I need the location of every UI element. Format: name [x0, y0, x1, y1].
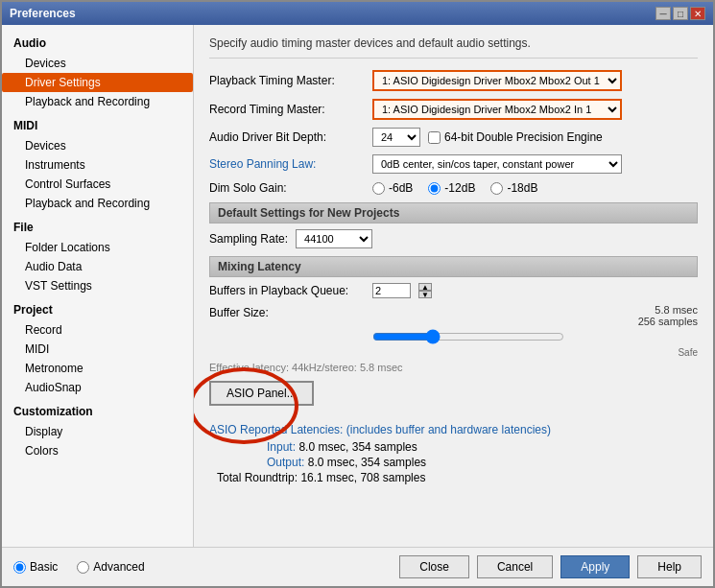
buffers-label: Buffers in Playback Queue:: [209, 284, 372, 297]
advanced-radio-label: Advanced: [77, 560, 144, 574]
buffers-controls: ▲ ▼: [372, 283, 432, 298]
buffer-size-controls: 5.8 msec 256 samples Safe: [372, 304, 698, 358]
radio-neg18db: -18dB: [490, 181, 537, 195]
bit-depth-select[interactable]: 24: [372, 128, 420, 147]
close-button[interactable]: ✕: [690, 7, 705, 20]
buffers-input[interactable]: [372, 283, 411, 298]
sidebar-item-folder-locations[interactable]: Folder Locations: [2, 238, 193, 257]
basic-radio-input[interactable]: [13, 561, 26, 574]
total-value: 16.1 msec, 708 samples: [300, 471, 425, 484]
buffers-spinner: ▲ ▼: [418, 283, 432, 298]
playback-timing-label: Playback Timing Master:: [209, 74, 372, 87]
safe-label: Safe: [372, 347, 698, 358]
buffer-msec: 5.8 msec: [655, 304, 698, 316]
basic-radio-label: Basic: [13, 560, 58, 574]
buffer-size-slider[interactable]: [372, 329, 564, 344]
sidebar-project-header: Project: [2, 299, 193, 320]
asio-input-label: Input:: [267, 440, 296, 454]
playback-timing-select[interactable]: 1: ASIO Digidesign Driver Mbox2 Mbox2 Ou…: [372, 70, 622, 91]
stereo-panning-control: 0dB center, sin/cos taper, constant powe…: [372, 154, 698, 174]
bit-depth-controls: 24 64-bit Double Precision Engine: [372, 128, 603, 147]
sidebar-item-audio-data[interactable]: Audio Data: [2, 257, 193, 276]
sidebar-item-audio-devices[interactable]: Devices: [2, 54, 193, 73]
apply-button[interactable]: Apply: [560, 555, 630, 578]
record-timing-label: Record Timing Master:: [209, 103, 372, 116]
main-panel: Specify audio timing master devices and …: [194, 25, 713, 547]
radio-neg6db-label: -6dB: [389, 181, 413, 195]
sidebar-midi-section: MIDI Devices Instruments Control Surface…: [2, 115, 193, 213]
radio-neg12db: -12dB: [428, 181, 475, 195]
sidebar-item-audio-playback[interactable]: Playback and Recording: [2, 92, 193, 111]
sidebar-item-midi-playback[interactable]: Playback and Recording: [2, 194, 193, 213]
radio-neg12db-label: -12dB: [444, 181, 475, 195]
asio-input-row: Input: 8.0 msec, 354 samples: [267, 440, 698, 454]
stereo-panning-row: Stereo Panning Law: 0dB center, sin/cos …: [209, 154, 698, 174]
sidebar-midi-header: MIDI: [2, 115, 193, 136]
sidebar-item-project-midi[interactable]: MIDI: [2, 340, 193, 359]
total-roundtrip-row: Total Roundtrip: 16.1 msec, 708 samples: [217, 471, 698, 484]
bottom-buttons: Close Cancel Apply Help: [399, 555, 702, 578]
asio-output-row: Output: 8.0 msec, 354 samples: [267, 456, 698, 469]
title-bar-buttons: ─ □ ✕: [655, 7, 705, 20]
sidebar: Audio Devices Driver Settings Playback a…: [2, 25, 194, 547]
sidebar-item-driver-settings[interactable]: Driver Settings: [2, 73, 193, 92]
preferences-window: Preferences ─ □ ✕ Audio Devices Driver S…: [0, 0, 715, 588]
minimize-button[interactable]: ─: [655, 7, 671, 20]
dim-solo-label: Dim Solo Gain:: [209, 181, 372, 195]
asio-panel-button[interactable]: ASIO Panel...: [209, 381, 314, 406]
radio-neg6db: -6dB: [372, 181, 413, 195]
sidebar-file-section: File Folder Locations Audio Data VST Set…: [2, 217, 193, 295]
mixing-latency-header: Mixing Latency: [209, 256, 698, 277]
double-precision-checkbox[interactable]: [428, 131, 441, 144]
buffers-down-arrow[interactable]: ▼: [418, 291, 432, 298]
bit-depth-row: Audio Driver Bit Depth: 24 64-bit Double…: [209, 128, 698, 147]
sidebar-item-metronome[interactable]: Metronome: [2, 359, 193, 378]
asio-reported-label: ASIO Reported Latencies: (includes buffe…: [209, 423, 698, 436]
basic-label: Basic: [30, 560, 58, 574]
advanced-radio-input[interactable]: [77, 561, 89, 574]
buffer-samples: 256 samples: [638, 316, 698, 327]
buffer-size-label: Buffer Size:: [209, 304, 372, 319]
cancel-button[interactable]: Cancel: [477, 555, 553, 578]
main-description: Specify audio timing master devices and …: [209, 36, 698, 59]
sidebar-item-audiosnap[interactable]: AudioSnap: [2, 378, 193, 397]
dim-solo-row: Dim Solo Gain: -6dB -12dB -18dB: [209, 181, 698, 195]
help-button[interactable]: Help: [637, 555, 702, 578]
asio-output-label: Output:: [267, 456, 304, 469]
sidebar-item-midi-control[interactable]: Control Surfaces: [2, 175, 193, 194]
asio-circle-annotation: [194, 364, 303, 450]
dim-solo-radio-group: -6dB -12dB -18dB: [372, 181, 537, 195]
main-content: Audio Devices Driver Settings Playback a…: [2, 25, 713, 547]
record-timing-control: 1: ASIO Digidesign Driver Mbox2 Mbox2 In…: [372, 99, 698, 120]
sidebar-item-midi-instruments[interactable]: Instruments: [2, 155, 193, 175]
title-bar: Preferences ─ □ ✕: [2, 2, 713, 25]
sidebar-item-vst-settings[interactable]: VST Settings: [2, 276, 193, 295]
close-button-bottom[interactable]: Close: [399, 555, 469, 578]
sampling-rate-select[interactable]: 44100: [296, 229, 372, 248]
sidebar-item-colors[interactable]: Colors: [2, 441, 193, 460]
total-label: Total Roundtrip:: [217, 471, 298, 484]
radio-neg18db-input[interactable]: [490, 182, 503, 195]
asio-output-value: 8.0 msec, 354 samples: [308, 456, 426, 469]
slider-container: [372, 329, 698, 347]
buffer-size-row: Buffer Size: 5.8 msec 256 samples Safe: [209, 304, 698, 358]
window-title: Preferences: [10, 7, 76, 20]
radio-neg6db-input[interactable]: [372, 182, 385, 195]
sampling-rate-row: Sampling Rate: 44100: [209, 229, 698, 248]
sidebar-item-midi-devices[interactable]: Devices: [2, 136, 193, 155]
stereo-panning-select[interactable]: 0dB center, sin/cos taper, constant powe…: [372, 154, 622, 174]
maximize-button[interactable]: □: [673, 7, 688, 20]
record-timing-select[interactable]: 1: ASIO Digidesign Driver Mbox2 Mbox2 In…: [372, 99, 622, 120]
stereo-panning-label: Stereo Panning Law:: [209, 157, 372, 171]
sidebar-project-section: Project Record MIDI Metronome AudioSnap: [2, 299, 193, 397]
radio-neg12db-input[interactable]: [428, 182, 441, 195]
sidebar-item-record[interactable]: Record: [2, 320, 193, 340]
bit-depth-label: Audio Driver Bit Depth:: [209, 130, 372, 144]
advanced-label: Advanced: [93, 560, 144, 574]
sidebar-audio-header: Audio: [2, 33, 193, 54]
sidebar-item-display[interactable]: Display: [2, 422, 193, 441]
sidebar-customization-section: Customization Display Colors: [2, 401, 193, 460]
asio-panel-container: ASIO Panel...: [209, 381, 314, 413]
playback-timing-row: Playback Timing Master: 1: ASIO Digidesi…: [209, 70, 698, 91]
playback-timing-control: 1: ASIO Digidesign Driver Mbox2 Mbox2 Ou…: [372, 70, 698, 91]
